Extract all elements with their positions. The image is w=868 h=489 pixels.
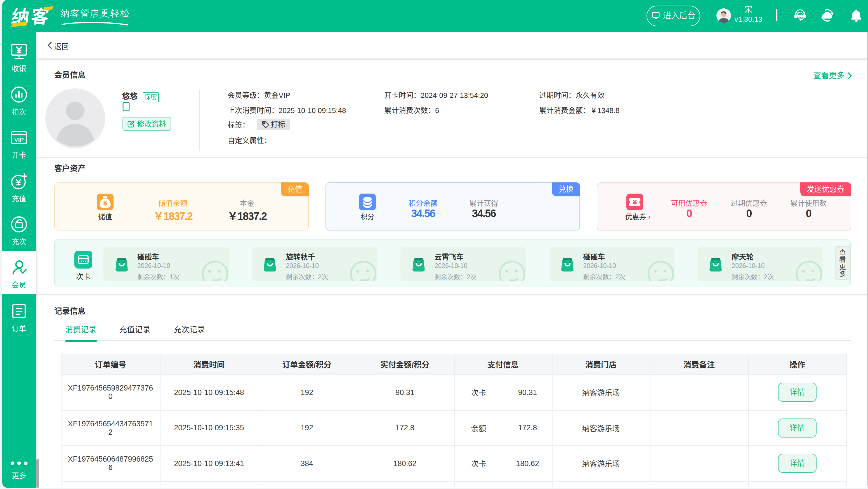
svg-text:VIP: VIP [14, 136, 24, 143]
